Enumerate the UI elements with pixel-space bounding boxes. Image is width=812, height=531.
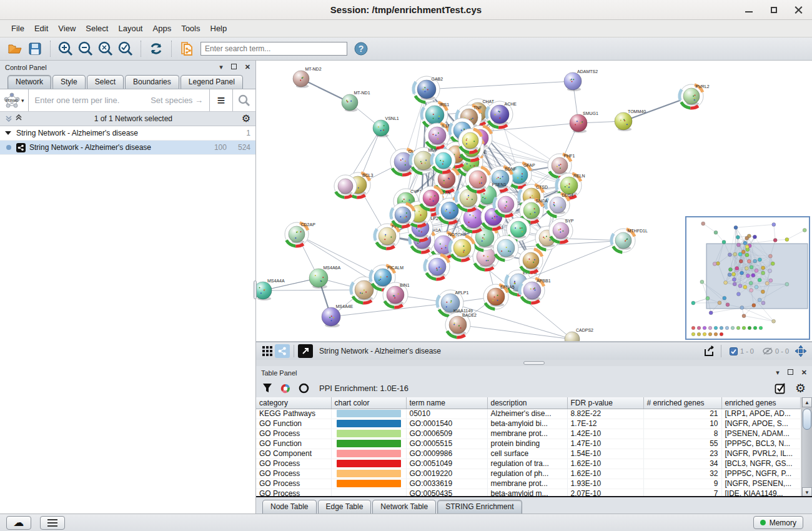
network-node[interactable]	[450, 236, 475, 261]
network-row[interactable]: String Network - Alzheimer's disease 100…	[0, 141, 255, 155]
zoom-selected-button[interactable]	[116, 39, 136, 58]
network-node[interactable]: MS4A4E	[322, 304, 353, 327]
column-header[interactable]: category	[256, 397, 331, 409]
table-row[interactable]: GO ProcessGO:0050435beta-amyloid m...2.0…	[256, 489, 800, 497]
tab-node-table[interactable]: Node Table	[262, 500, 317, 514]
collapse-all-icon[interactable]	[15, 114, 22, 124]
menu-item-select[interactable]: Select	[81, 21, 113, 36]
network-node[interactable]: BACE2	[445, 312, 477, 337]
zoom-fit-button[interactable]	[96, 39, 116, 58]
network-node[interactable]	[519, 249, 543, 272]
panel-float-icon[interactable]	[231, 64, 237, 71]
table-scrollbar[interactable]: ▲ ▼	[801, 397, 812, 497]
tab-legend-panel[interactable]: Legend Panel	[181, 75, 243, 89]
minimap-viewport[interactable]	[706, 244, 808, 309]
tab-select[interactable]: Select	[87, 75, 124, 89]
birdseye-toggle-button[interactable]	[793, 344, 808, 358]
network-node[interactable]: ACHE	[487, 101, 517, 127]
table-row[interactable]: GO FunctionGO:0001540beta-amyloid bi...1…	[256, 419, 800, 429]
tab-string-enrichment[interactable]: STRING Enrichment	[437, 500, 522, 514]
network-node[interactable]: GAB2	[413, 76, 443, 102]
task-list-button[interactable]	[40, 516, 65, 530]
panel-menu-icon[interactable]: ▾	[219, 64, 223, 71]
refresh-button[interactable]	[146, 39, 166, 58]
scrollbar-thumb[interactable]	[803, 409, 811, 430]
network-node[interactable]: SMUG1	[570, 111, 598, 133]
table-panel-close-icon[interactable]: ✕	[801, 369, 807, 376]
panel-divider-grip[interactable]	[254, 280, 257, 299]
network-node[interactable]	[391, 203, 415, 227]
network-node[interactable]: VSNL1	[373, 116, 399, 137]
network-canvas[interactable]: MT-ND2MT-ND1VSNL1GAB2IRS1CHATACHETNFIL1B…	[256, 61, 812, 342]
scroll-up-arrow[interactable]: ▲	[802, 397, 812, 407]
network-view-mode-button[interactable]	[275, 344, 290, 358]
ring-chart-icon[interactable]	[299, 383, 309, 394]
network-collection-row[interactable]: String Network - Alzheimer's disease 1	[0, 126, 255, 141]
column-header[interactable]: term name	[406, 397, 487, 409]
panel-close-icon[interactable]: ✕	[245, 64, 250, 71]
network-node[interactable]	[493, 236, 518, 261]
string-options-button[interactable]: ≡	[210, 89, 232, 111]
cloud-button[interactable]: ☁	[6, 516, 31, 530]
set-species-link[interactable]: Set species →	[151, 96, 209, 105]
collapse-triangle-icon[interactable]	[5, 131, 11, 135]
scroll-down-arrow[interactable]: ▼	[802, 487, 812, 497]
network-node[interactable]: CADPS2	[565, 328, 593, 341]
zoom-out-button[interactable]	[76, 39, 96, 58]
network-node[interactable]: EFNA5	[483, 284, 515, 309]
network-node[interactable]: TOMM40	[615, 109, 646, 131]
menu-item-tools[interactable]: Tools	[176, 21, 205, 36]
menu-item-file[interactable]: File	[6, 21, 29, 36]
table-row[interactable]: GO ComponentGO:0009986cell surface1.54E-…	[256, 449, 800, 459]
filter-icon[interactable]	[262, 383, 272, 394]
column-header[interactable]: enriched genes	[721, 397, 800, 409]
network-options-gear-icon[interactable]: ⚙	[242, 114, 250, 124]
network-graph[interactable]: MT-ND2MT-ND1VSNL1GAB2IRS1CHATACHETNFIL1B…	[256, 61, 811, 341]
menu-item-help[interactable]: Help	[205, 21, 232, 36]
open-session-button[interactable]	[5, 39, 25, 58]
table-row[interactable]: GO FunctionGO:0005515protein binding1.47…	[256, 439, 800, 449]
menu-item-view[interactable]: View	[53, 21, 81, 36]
column-header[interactable]: # enriched genes	[643, 397, 721, 409]
birds-eye-view[interactable]	[686, 217, 810, 339]
column-header[interactable]: chart color	[331, 397, 406, 409]
memory-button[interactable]: Memory	[753, 516, 803, 529]
search-input[interactable]	[201, 42, 347, 56]
network-node[interactable]	[425, 254, 450, 279]
maximize-button[interactable]	[770, 6, 778, 14]
select-rows-icon[interactable]	[775, 382, 786, 394]
enrichment-table[interactable]: categorychart colorterm namedescriptionF…	[256, 397, 812, 497]
close-button[interactable]	[795, 6, 803, 14]
table-row[interactable]: GO ProcessGO:0033619membrane prot...1.93…	[256, 479, 800, 489]
minimize-button[interactable]	[745, 6, 753, 14]
tab-style[interactable]: Style	[52, 75, 86, 89]
network-node[interactable]: MS4A4A	[256, 279, 285, 300]
network-node[interactable]	[458, 129, 482, 152]
tab-boundaries[interactable]: Boundaries	[125, 75, 179, 89]
string-protein-query-selector[interactable]: STRING ▾	[0, 92, 28, 109]
menu-item-edit[interactable]: Edit	[29, 21, 53, 36]
save-session-button[interactable]	[25, 39, 45, 58]
column-header[interactable]: FDR p-value	[567, 397, 643, 409]
menu-item-layout[interactable]: Layout	[113, 21, 147, 36]
chart-color-icon[interactable]	[280, 383, 291, 394]
network-node[interactable]: APBB1	[520, 278, 551, 303]
table-row[interactable]: KEGG Pathways05010Alzheimer's dise...8.8…	[256, 409, 800, 419]
network-node[interactable]: DLG4	[546, 193, 573, 217]
network-node[interactable]: MT-ND1	[342, 91, 370, 112]
table-row[interactable]: GO ProcessGO:0019220regulation of ph...1…	[256, 469, 800, 479]
network-node[interactable]	[465, 167, 490, 192]
network-node[interactable]: PVRL2	[680, 84, 710, 108]
string-query-input[interactable]: Enter one term per line. Set species →	[29, 96, 209, 105]
tab-edge-table[interactable]: Edge Table	[318, 500, 372, 514]
zoom-in-button[interactable]	[56, 39, 76, 58]
network-node[interactable]: CD2AP	[285, 222, 315, 246]
menu-item-apps[interactable]: Apps	[148, 21, 177, 36]
table-panel-float-icon[interactable]	[788, 369, 793, 376]
detach-view-button[interactable]	[298, 344, 313, 358]
network-node[interactable]: MTHFD1L	[611, 229, 648, 252]
table-row[interactable]: GO ProcessGO:0051049regulation of tra...…	[256, 459, 800, 469]
tab-network[interactable]: Network	[7, 75, 51, 89]
column-header[interactable]: description	[487, 397, 567, 409]
clone-network-button[interactable]	[177, 39, 197, 58]
